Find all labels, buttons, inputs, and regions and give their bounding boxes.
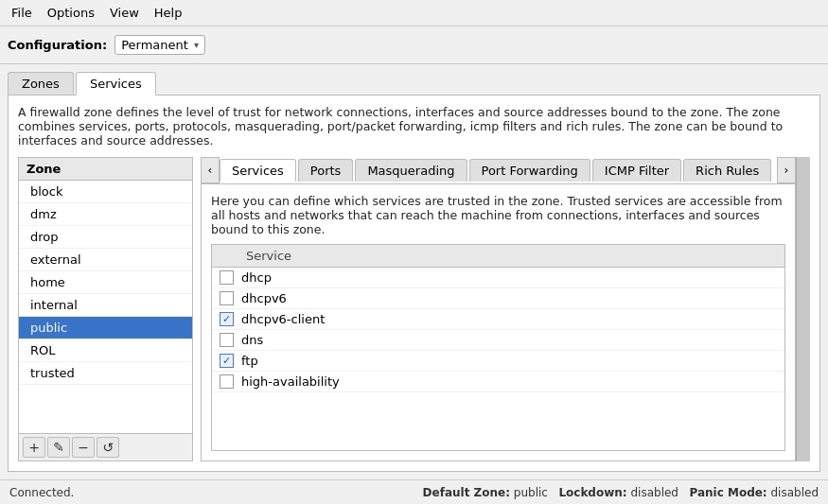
service-name-dhcpv6-client: dhcpv6-client (241, 312, 325, 326)
add-zone-button[interactable]: + (23, 437, 45, 458)
panic-mode-label: Panic Mode: (689, 486, 766, 499)
service-name-dhcp: dhcp (241, 270, 272, 285)
menu-view[interactable]: View (102, 4, 147, 22)
service-name-dns: dns (241, 333, 263, 347)
zone-item-trusted[interactable]: trusted (19, 362, 192, 385)
service-checkbox-ftp[interactable] (220, 354, 234, 368)
right-inner-panel: Here you can define which services are t… (201, 184, 796, 461)
inner-tab-services[interactable]: Services (220, 159, 296, 182)
config-dropdown[interactable]: Permanent ▾ (115, 35, 205, 55)
zone-description: A firewalld zone defines the level of tr… (18, 105, 810, 148)
status-text: Connected. (9, 486, 74, 499)
zone-actions: + ✎ − ↺ (19, 433, 192, 461)
remove-zone-button[interactable]: − (72, 437, 95, 458)
service-row-dhcp: dhcp (212, 268, 784, 288)
zone-item-rol[interactable]: ROL (19, 339, 192, 362)
zone-item-block[interactable]: block (19, 181, 192, 203)
service-checkbox-dns[interactable] (220, 333, 234, 347)
window-scrollbar[interactable] (796, 157, 810, 461)
services-column-header: Service (212, 245, 784, 268)
services-list: dhcp dhcpv6 dhcpv6-client (212, 268, 784, 450)
lockdown-label: Lockdown: (558, 486, 626, 499)
inner-tab-ports[interactable]: Ports (298, 159, 354, 182)
chevron-down-icon: ▾ (194, 40, 199, 50)
services-table: Service dhcp dhcpv6 (211, 244, 785, 451)
menu-help[interactable]: Help (147, 4, 190, 22)
toolbar: Configuration: Permanent ▾ (0, 26, 828, 64)
inner-tab-masquerading[interactable]: Masquerading (355, 159, 467, 182)
tabs-right-arrow[interactable]: › (777, 157, 796, 183)
inner-tab-icmp-filter[interactable]: ICMP Filter (592, 159, 681, 182)
service-row-ftp: ftp (212, 351, 784, 372)
statusbar: Connected. Default Zone: public Lockdown… (0, 479, 828, 504)
service-name-ftp: ftp (241, 354, 258, 368)
tab-services[interactable]: Services (76, 72, 156, 96)
reload-zone-button[interactable]: ↺ (97, 437, 119, 458)
service-name-high-availability: high-availability (241, 374, 340, 389)
inner-tabs-container: ‹ Services Ports Masquerading Port Forwa… (201, 157, 796, 184)
service-checkbox-dhcp[interactable] (220, 270, 234, 285)
service-checkbox-dhcpv6[interactable] (220, 291, 234, 305)
service-checkbox-high-availability[interactable] (220, 374, 234, 389)
zone-list: block dmz drop external home internal pu… (19, 181, 192, 433)
services-description: Here you can define which services are t… (211, 194, 785, 236)
zone-column: Zone block dmz drop external home intern… (18, 157, 193, 461)
top-tabs: Zones Services (8, 72, 820, 96)
inner-tabs: Services Ports Masquerading Port Forward… (220, 159, 777, 182)
zone-item-dmz[interactable]: dmz (19, 203, 192, 226)
main-panel: A firewalld zone defines the level of tr… (8, 96, 820, 472)
inner-tab-rich-rules[interactable]: Rich Rules (683, 159, 771, 182)
zone-item-home[interactable]: home (19, 271, 192, 294)
menu-file[interactable]: File (4, 4, 40, 22)
default-zone-label: Default Zone: (423, 486, 510, 499)
zone-item-drop[interactable]: drop (19, 226, 192, 249)
menubar: File Options View Help (0, 0, 828, 26)
zone-item-external[interactable]: external (19, 249, 192, 271)
tab-zones[interactable]: Zones (8, 72, 74, 95)
menu-options[interactable]: Options (40, 4, 102, 22)
tabs-left-arrow[interactable]: ‹ (201, 157, 220, 183)
zone-item-internal[interactable]: internal (19, 294, 192, 317)
panic-mode-value: disabled (770, 486, 819, 499)
service-row-dns: dns (212, 330, 784, 351)
edit-zone-button[interactable]: ✎ (47, 437, 70, 458)
lockdown-value: disabled (630, 486, 678, 499)
zone-header: Zone (19, 158, 192, 181)
service-row-high-availability: high-availability (212, 372, 784, 392)
service-row-dhcpv6-client: dhcpv6-client (212, 309, 784, 330)
zone-item-public[interactable]: public (19, 317, 192, 339)
main-content: Zones Services A firewalld zone defines … (0, 64, 828, 479)
right-panel: ‹ Services Ports Masquerading Port Forwa… (201, 157, 796, 461)
config-value: Permanent (121, 38, 188, 52)
split-area: Zone block dmz drop external home intern… (18, 157, 810, 461)
default-zone-value: public (514, 486, 548, 499)
service-row-dhcpv6: dhcpv6 (212, 288, 784, 309)
status-info: Default Zone: public Lockdown: disabled … (423, 486, 819, 499)
service-name-dhcpv6: dhcpv6 (241, 291, 287, 305)
service-checkbox-dhcpv6-client[interactable] (220, 312, 234, 326)
config-label: Configuration: (8, 38, 107, 52)
inner-tab-port-forwarding[interactable]: Port Forwarding (469, 159, 590, 182)
